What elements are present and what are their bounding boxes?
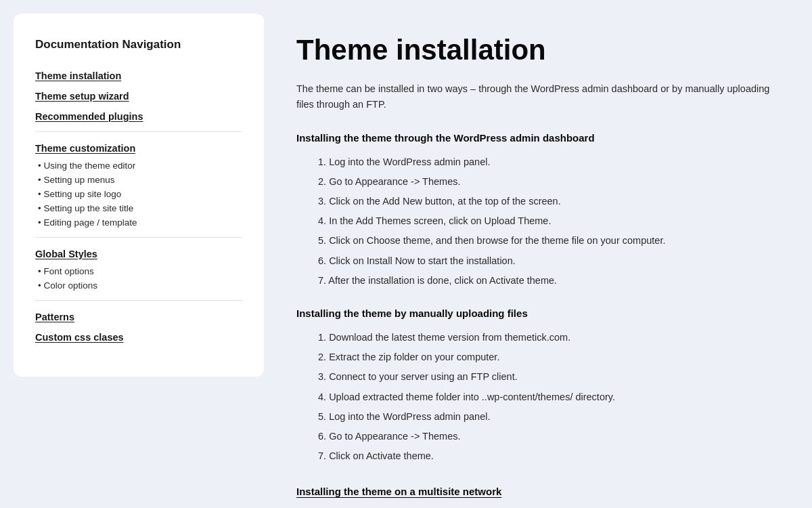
admin-step-3: Click on the Add New button, at the top … — [318, 194, 771, 209]
nav-link-theme-setup-wizard[interactable]: Theme setup wizard — [35, 91, 242, 102]
divider-3 — [35, 300, 242, 301]
sub-item-setting-up-menus[interactable]: Setting up menus — [35, 175, 242, 185]
manual-step-1: Download the latest theme version from t… — [318, 330, 771, 345]
admin-steps-list: Log into the WordPress admin panel. Go t… — [318, 154, 771, 289]
sidebar-title: Documentation Navigation — [35, 38, 242, 51]
manual-step-7: Click on Activate theme. — [318, 448, 771, 464]
page-wrapper: Documentation Navigation Theme installat… — [14, 14, 798, 508]
sidebar: Documentation Navigation Theme installat… — [14, 14, 264, 377]
nav-section-top: Theme installation Theme setup wizard Re… — [35, 70, 242, 122]
nav-link-theme-installation[interactable]: Theme installation — [35, 70, 242, 81]
sub-item-setting-up-site-logo[interactable]: Setting up site logo — [35, 189, 242, 199]
divider-2 — [35, 237, 242, 238]
nav-section-customization: Theme customization Using the theme edit… — [35, 143, 242, 228]
nav-section-bottom: Patterns Custom css clases — [35, 312, 242, 343]
sub-item-color-options[interactable]: Color options — [35, 280, 242, 291]
admin-step-2: Go to Appearance -> Themes. — [318, 174, 771, 190]
intro-text: The theme can be installed in two ways –… — [296, 81, 771, 112]
nav-link-recommended-plugins[interactable]: Recommended plugins — [35, 111, 242, 122]
section-heading-admin: Installing the theme through the WordPre… — [296, 132, 771, 144]
manual-step-6: Go to Appearance -> Themes. — [318, 429, 771, 444]
manual-step-4: Upload extracted theme folder into ..wp-… — [318, 389, 771, 405]
sub-item-editing-page-template[interactable]: Editing page / template — [35, 217, 242, 228]
main-content: Theme installation The theme can be inst… — [264, 14, 798, 508]
nav-link-custom-css[interactable]: Custom css clases — [35, 332, 242, 343]
section-heading-multisite: Installing the theme on a multisite netw… — [296, 486, 771, 497]
admin-step-6: Click on Install Now to start the instal… — [318, 253, 771, 269]
admin-step-5: Click on Choose theme, and then browse f… — [318, 233, 771, 249]
nav-sub-items-global-styles: Font options Color options — [35, 266, 242, 291]
manual-steps-list: Download the latest theme version from t… — [318, 330, 771, 464]
nav-link-patterns[interactable]: Patterns — [35, 312, 242, 322]
sub-item-font-options[interactable]: Font options — [35, 266, 242, 276]
manual-step-5: Log into the WordPress admin panel. — [318, 409, 771, 425]
nav-sub-items-customization: Using the theme editor Setting up menus … — [35, 161, 242, 228]
admin-step-1: Log into the WordPress admin panel. — [318, 154, 771, 170]
nav-section-global-styles: Global Styles Font options Color options — [35, 249, 242, 291]
nav-section-global-styles-title[interactable]: Global Styles — [35, 249, 242, 259]
page-title: Theme installation — [296, 34, 771, 66]
sub-item-setting-up-site-title[interactable]: Setting up the site title — [35, 203, 242, 213]
manual-step-3: Connect to your server using an FTP clie… — [318, 369, 771, 385]
manual-step-2: Extract the zip folder on your computer. — [318, 350, 771, 365]
admin-step-7: After the installation is done, click on… — [318, 273, 771, 289]
sub-item-using-theme-editor[interactable]: Using the theme editor — [35, 161, 242, 171]
admin-step-4: In the Add Themes screen, click on Uploa… — [318, 213, 771, 229]
nav-section-customization-title[interactable]: Theme customization — [35, 143, 242, 154]
divider-1 — [35, 131, 242, 132]
section-heading-manual: Installing the theme by manually uploadi… — [296, 308, 771, 319]
